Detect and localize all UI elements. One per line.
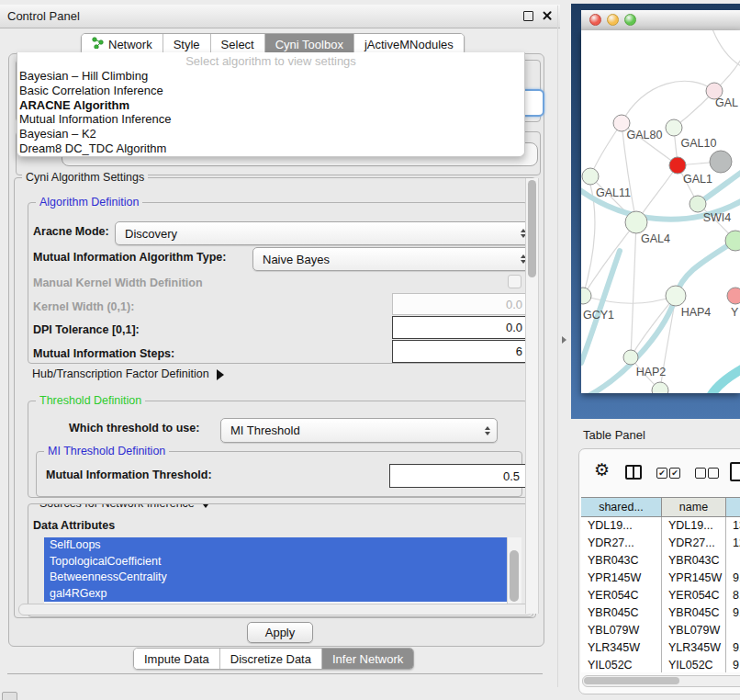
algorithm-item-aracne-algorithm[interactable]: ARACNE Algorithm (17, 98, 524, 113)
close-traffic-light[interactable] (589, 14, 601, 26)
columns-icon[interactable] (625, 465, 642, 480)
dpi-tolerance-input[interactable]: 0.0 (392, 316, 530, 339)
settings-vertical-scrollbar[interactable] (525, 178, 539, 614)
column-header-name[interactable]: name (662, 497, 726, 517)
which-threshold-select[interactable]: MI Threshold (220, 418, 498, 443)
column-header-shared[interactable]: shared... (581, 497, 662, 517)
tab-cyni-toolbox[interactable]: Cyni Toolbox (265, 34, 354, 54)
attribute-item-gal4rgexp[interactable]: gal4RGexp (44, 586, 512, 603)
apply-button[interactable]: Apply (247, 622, 313, 643)
zoom-traffic-light[interactable] (624, 14, 636, 26)
settings-horizontal-scrollbar[interactable] (18, 604, 533, 615)
dpi-tolerance-label: DPI Tolerance [0,1]: (33, 323, 140, 337)
network-node-label: GAL10 (681, 137, 717, 150)
table-row[interactable]: YIL052CYIL052C9 (581, 657, 740, 672)
algorithm-item-dream8-dc-tdc-algorithm[interactable]: Dream8 DC_TDC Algorithm (17, 141, 524, 156)
tab-jactivemnodules[interactable]: jActiveMNodules (354, 34, 464, 54)
tab-style[interactable]: Style (163, 34, 211, 54)
network-edge[interactable] (631, 222, 636, 357)
aracne-mode-select[interactable]: Discovery (115, 221, 533, 245)
network-window-titlebar[interactable] (581, 10, 740, 31)
network-node[interactable] (710, 151, 732, 173)
table-row[interactable]: YBR043CYBR043C (581, 552, 740, 570)
hub-definition-toggle[interactable]: Hub/Transcription Factor Definition (32, 367, 224, 380)
table-cell: 9. (726, 570, 740, 587)
table-row[interactable]: YBL079WYBL079W (581, 622, 740, 639)
kernel-width-input[interactable]: 0.0 (392, 293, 530, 315)
table-row[interactable]: YER054CYER054C8. (581, 587, 740, 604)
algorithm-item-bayesian-k2[interactable]: Bayesian – K2 (17, 127, 524, 141)
tab-select[interactable]: Select (211, 34, 265, 54)
mi-type-select[interactable]: Naive Bayes (252, 247, 533, 271)
attribute-list-items: SelfLoopsTopologicalCoefficientBetweenne… (44, 537, 521, 602)
table-row[interactable]: YDR27...YDR27...12 (581, 535, 740, 552)
algorithm-item-bayesian-hill-climbing[interactable]: Bayesian – Hill Climbing (17, 69, 524, 84)
attribute-item-selfloops[interactable]: SelfLoops (44, 537, 512, 554)
network-node-gal10[interactable] (666, 119, 682, 136)
splitter-arrow-icon[interactable] (562, 336, 566, 344)
file-icon[interactable] (730, 462, 740, 481)
network-icon (92, 37, 104, 51)
table-cell: YDR27... (662, 535, 726, 552)
table-row[interactable]: YBR045CYBR045C9. (581, 604, 740, 622)
network-edge[interactable] (583, 296, 676, 303)
network-edge-thick[interactable] (676, 241, 735, 296)
tab-discretize-data[interactable]: Discretize Data (220, 649, 322, 669)
mi-steps-input[interactable]: 6 (392, 340, 530, 363)
network-edge[interactable] (631, 296, 676, 357)
network-node-label: GAL11 (596, 186, 631, 199)
network-node-y[interactable] (727, 288, 740, 304)
tab-impute-data[interactable]: Impute Data (134, 649, 220, 669)
network-canvas[interactable]: GALGAL80GAL10GAL1GAL11SWI4GAL4GCY1HAP4YH… (581, 30, 740, 393)
stepper-icon (485, 426, 490, 435)
table-cell: YPR145W (662, 570, 726, 587)
attribute-item-betweennesscentrality[interactable]: BetweennessCentrality (44, 570, 512, 586)
network-node-label: HAP4 (681, 306, 712, 319)
network-node-gal1[interactable] (669, 157, 686, 174)
table-panel-title: Table Panel (583, 428, 645, 442)
table-cell: 9. (726, 639, 740, 657)
network-node-hap2[interactable] (623, 350, 638, 365)
table-row[interactable]: YDL19...YDL19...13 (581, 517, 740, 535)
select-all-checkbox-icon[interactable]: ✔ (669, 468, 680, 479)
tab-network[interactable]: Network (82, 34, 163, 54)
network-edge[interactable] (590, 123, 622, 176)
deselect-all-checkbox-icon[interactable] (708, 468, 719, 479)
sources-group-title[interactable]: Sources for Network Inference (36, 503, 215, 511)
attribute-item-topologicalcoefficient[interactable]: TopologicalCoefficient (44, 554, 512, 570)
table-horizontal-scrollbar[interactable] (582, 675, 740, 687)
table-cell: YBR045C (581, 604, 662, 622)
gear-icon[interactable]: ⚙ (594, 461, 610, 479)
network-node-swi4[interactable] (690, 196, 706, 212)
manual-kernel-checkbox[interactable] (508, 275, 521, 288)
algorithm-list: Bayesian – Hill ClimbingBasic Correlatio… (17, 69, 524, 156)
deselect-all-checkbox-icon[interactable] (695, 468, 706, 479)
attribute-list-scrollbar[interactable] (507, 537, 521, 604)
mi-type-value: Naive Bayes (263, 253, 330, 266)
minimize-traffic-light[interactable] (607, 14, 619, 26)
network-edge-highlight[interactable] (710, 367, 740, 393)
network-node-gal11[interactable] (582, 168, 599, 185)
table-cell: YBL079W (581, 622, 662, 639)
expand-right-icon (217, 369, 224, 380)
tab-infer-network[interactable]: Infer Network (322, 649, 413, 669)
network-node-hap4[interactable] (666, 286, 686, 306)
close-icon[interactable] (542, 10, 553, 21)
network-view-window: GALGAL80GAL10GAL1GAL11SWI4GAL4GCY1HAP4YH… (571, 4, 740, 419)
mi-threshold-input[interactable]: 0.5 (389, 464, 527, 488)
collapsed-panel-button[interactable] (2, 692, 17, 700)
network-node-gal4[interactable] (625, 211, 647, 233)
algorithm-item-basic-correlation-inference[interactable]: Basic Correlation Inference (17, 84, 524, 98)
float-window-icon[interactable] (523, 11, 533, 21)
table-cell: YDL19... (581, 517, 662, 535)
network-edge-thick[interactable] (581, 251, 620, 363)
network-node-gcy1[interactable] (581, 288, 591, 304)
algorithm-item-mutual-information-inference[interactable]: Mutual Information Inference (17, 112, 524, 127)
mi-type-label: Mutual Information Algorithm Type: (33, 251, 226, 265)
column-header-2[interactable] (726, 497, 740, 517)
network-edge[interactable] (622, 81, 714, 123)
select-all-checkbox-icon[interactable]: ✔ (656, 468, 667, 479)
table-row[interactable]: YLR345WYLR345W9. (581, 639, 740, 657)
table-row[interactable]: YPR145WYPR145W9. (581, 570, 740, 587)
network-edge[interactable] (712, 30, 740, 67)
